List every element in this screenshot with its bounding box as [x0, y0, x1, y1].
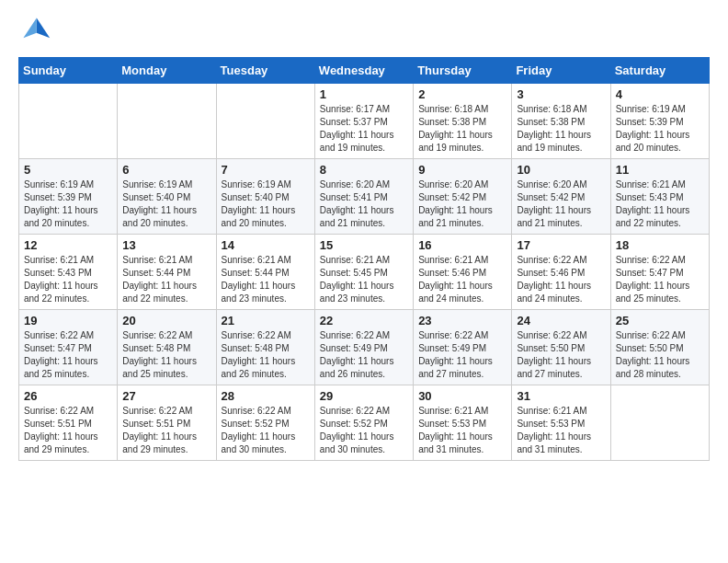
day-info: Sunrise: 6:21 AM Sunset: 5:43 PM Dayligh…: [616, 178, 704, 230]
calendar-cell: 3Sunrise: 6:18 AM Sunset: 5:38 PM Daylig…: [512, 84, 610, 159]
day-number: 21: [222, 314, 310, 327]
day-number: 26: [24, 389, 112, 403]
calendar-cell: 15Sunrise: 6:21 AM Sunset: 5:45 PM Dayli…: [314, 235, 413, 310]
calendar-week-row: 26Sunrise: 6:22 AM Sunset: 5:51 PM Dayli…: [19, 385, 710, 461]
day-info: Sunrise: 6:22 AM Sunset: 5:48 PM Dayligh…: [122, 329, 210, 381]
calendar-cell: 22Sunrise: 6:22 AM Sunset: 5:49 PM Dayli…: [314, 310, 413, 385]
calendar-cell: 30Sunrise: 6:21 AM Sunset: 5:53 PM Dayli…: [414, 385, 512, 461]
logo: [18, 15, 55, 48]
logo-icon: [18, 15, 51, 48]
calendar-header-monday: Monday: [118, 58, 216, 84]
day-number: 11: [616, 163, 704, 177]
calendar-cell: [610, 385, 709, 461]
day-number: 17: [517, 238, 605, 252]
day-number: 14: [222, 238, 310, 252]
calendar-cell: 14Sunrise: 6:21 AM Sunset: 5:44 PM Dayli…: [216, 235, 314, 310]
calendar-cell: 21Sunrise: 6:22 AM Sunset: 5:48 PM Dayli…: [216, 310, 314, 385]
day-number: 22: [320, 314, 408, 327]
calendar-cell: 25Sunrise: 6:22 AM Sunset: 5:50 PM Dayli…: [610, 310, 709, 385]
svg-marker-0: [37, 18, 50, 39]
day-number: 28: [222, 389, 310, 403]
day-info: Sunrise: 6:18 AM Sunset: 5:38 PM Dayligh…: [517, 103, 605, 155]
calendar-cell: 31Sunrise: 6:21 AM Sunset: 5:53 PM Dayli…: [512, 385, 610, 461]
day-info: Sunrise: 6:20 AM Sunset: 5:42 PM Dayligh…: [418, 178, 506, 230]
page: SundayMondayTuesdayWednesdayThursdayFrid…: [0, 0, 728, 563]
header: [18, 15, 710, 48]
day-number: 12: [24, 238, 112, 252]
calendar-cell: 18Sunrise: 6:22 AM Sunset: 5:47 PM Dayli…: [610, 235, 709, 310]
day-number: 9: [418, 163, 506, 177]
day-number: 3: [517, 87, 605, 101]
calendar-header-thursday: Thursday: [414, 58, 512, 84]
day-info: Sunrise: 6:22 AM Sunset: 5:52 PM Dayligh…: [222, 405, 310, 456]
calendar-cell: 6Sunrise: 6:19 AM Sunset: 5:40 PM Daylig…: [118, 159, 216, 235]
calendar-cell: 7Sunrise: 6:19 AM Sunset: 5:40 PM Daylig…: [216, 159, 314, 235]
day-info: Sunrise: 6:21 AM Sunset: 5:44 PM Dayligh…: [122, 254, 210, 305]
day-number: 15: [320, 238, 408, 252]
svg-marker-1: [23, 18, 36, 39]
calendar-cell: 26Sunrise: 6:22 AM Sunset: 5:51 PM Dayli…: [19, 385, 118, 461]
calendar-week-row: 19Sunrise: 6:22 AM Sunset: 5:47 PM Dayli…: [19, 310, 710, 385]
day-number: 10: [517, 163, 605, 177]
day-number: 2: [418, 87, 506, 101]
calendar-header-wednesday: Wednesday: [314, 58, 413, 84]
day-number: 7: [222, 163, 310, 177]
calendar-cell: [118, 84, 216, 159]
day-info: Sunrise: 6:19 AM Sunset: 5:39 PM Dayligh…: [24, 178, 112, 230]
day-number: 25: [616, 314, 704, 327]
day-info: Sunrise: 6:21 AM Sunset: 5:53 PM Dayligh…: [517, 405, 605, 456]
day-info: Sunrise: 6:21 AM Sunset: 5:45 PM Dayligh…: [320, 254, 408, 305]
day-info: Sunrise: 6:21 AM Sunset: 5:46 PM Dayligh…: [418, 254, 506, 305]
day-number: 13: [122, 238, 210, 252]
day-info: Sunrise: 6:18 AM Sunset: 5:38 PM Dayligh…: [418, 103, 506, 155]
calendar-cell: 9Sunrise: 6:20 AM Sunset: 5:42 PM Daylig…: [414, 159, 512, 235]
calendar-cell: 1Sunrise: 6:17 AM Sunset: 5:37 PM Daylig…: [314, 84, 413, 159]
day-number: 4: [616, 87, 704, 101]
day-info: Sunrise: 6:22 AM Sunset: 5:46 PM Dayligh…: [517, 254, 605, 305]
day-info: Sunrise: 6:22 AM Sunset: 5:49 PM Dayligh…: [418, 329, 506, 381]
calendar-week-row: 1Sunrise: 6:17 AM Sunset: 5:37 PM Daylig…: [19, 84, 710, 159]
day-info: Sunrise: 6:17 AM Sunset: 5:37 PM Dayligh…: [320, 103, 408, 155]
day-info: Sunrise: 6:19 AM Sunset: 5:40 PM Dayligh…: [122, 178, 210, 230]
day-info: Sunrise: 6:20 AM Sunset: 5:42 PM Dayligh…: [517, 178, 605, 230]
calendar-cell: 29Sunrise: 6:22 AM Sunset: 5:52 PM Dayli…: [314, 385, 413, 461]
day-info: Sunrise: 6:19 AM Sunset: 5:40 PM Dayligh…: [222, 178, 310, 230]
calendar-cell: 13Sunrise: 6:21 AM Sunset: 5:44 PM Dayli…: [118, 235, 216, 310]
day-number: 24: [517, 314, 605, 327]
day-info: Sunrise: 6:22 AM Sunset: 5:49 PM Dayligh…: [320, 329, 408, 381]
day-info: Sunrise: 6:22 AM Sunset: 5:52 PM Dayligh…: [320, 405, 408, 456]
calendar-cell: 28Sunrise: 6:22 AM Sunset: 5:52 PM Dayli…: [216, 385, 314, 461]
day-info: Sunrise: 6:22 AM Sunset: 5:50 PM Dayligh…: [616, 329, 704, 381]
calendar-cell: 8Sunrise: 6:20 AM Sunset: 5:41 PM Daylig…: [314, 159, 413, 235]
day-number: 8: [320, 163, 408, 177]
day-number: 30: [418, 389, 506, 403]
calendar-cell: 11Sunrise: 6:21 AM Sunset: 5:43 PM Dayli…: [610, 159, 709, 235]
calendar-cell: 2Sunrise: 6:18 AM Sunset: 5:38 PM Daylig…: [414, 84, 512, 159]
calendar-week-row: 5Sunrise: 6:19 AM Sunset: 5:39 PM Daylig…: [19, 159, 710, 235]
calendar-cell: 24Sunrise: 6:22 AM Sunset: 5:50 PM Dayli…: [512, 310, 610, 385]
calendar-header-sunday: Sunday: [19, 58, 118, 84]
day-number: 20: [122, 314, 210, 327]
calendar-header-row: SundayMondayTuesdayWednesdayThursdayFrid…: [19, 58, 710, 84]
day-number: 19: [24, 314, 112, 327]
calendar-table: SundayMondayTuesdayWednesdayThursdayFrid…: [18, 57, 710, 461]
day-info: Sunrise: 6:22 AM Sunset: 5:48 PM Dayligh…: [222, 329, 310, 381]
calendar-cell: 4Sunrise: 6:19 AM Sunset: 5:39 PM Daylig…: [610, 84, 709, 159]
day-number: 31: [517, 389, 605, 403]
day-info: Sunrise: 6:22 AM Sunset: 5:47 PM Dayligh…: [24, 329, 112, 381]
day-number: 16: [418, 238, 506, 252]
day-info: Sunrise: 6:19 AM Sunset: 5:39 PM Dayligh…: [616, 103, 704, 155]
day-info: Sunrise: 6:22 AM Sunset: 5:50 PM Dayligh…: [517, 329, 605, 381]
calendar-cell: 20Sunrise: 6:22 AM Sunset: 5:48 PM Dayli…: [118, 310, 216, 385]
day-info: Sunrise: 6:22 AM Sunset: 5:51 PM Dayligh…: [24, 405, 112, 456]
calendar-cell: 12Sunrise: 6:21 AM Sunset: 5:43 PM Dayli…: [19, 235, 118, 310]
calendar-header-tuesday: Tuesday: [216, 58, 314, 84]
calendar-cell: 16Sunrise: 6:21 AM Sunset: 5:46 PM Dayli…: [414, 235, 512, 310]
calendar-cell: 19Sunrise: 6:22 AM Sunset: 5:47 PM Dayli…: [19, 310, 118, 385]
day-info: Sunrise: 6:22 AM Sunset: 5:47 PM Dayligh…: [616, 254, 704, 305]
day-number: 23: [418, 314, 506, 327]
calendar-header-saturday: Saturday: [610, 58, 709, 84]
calendar-cell: 27Sunrise: 6:22 AM Sunset: 5:51 PM Dayli…: [118, 385, 216, 461]
day-number: 27: [122, 389, 210, 403]
day-number: 1: [320, 87, 408, 101]
